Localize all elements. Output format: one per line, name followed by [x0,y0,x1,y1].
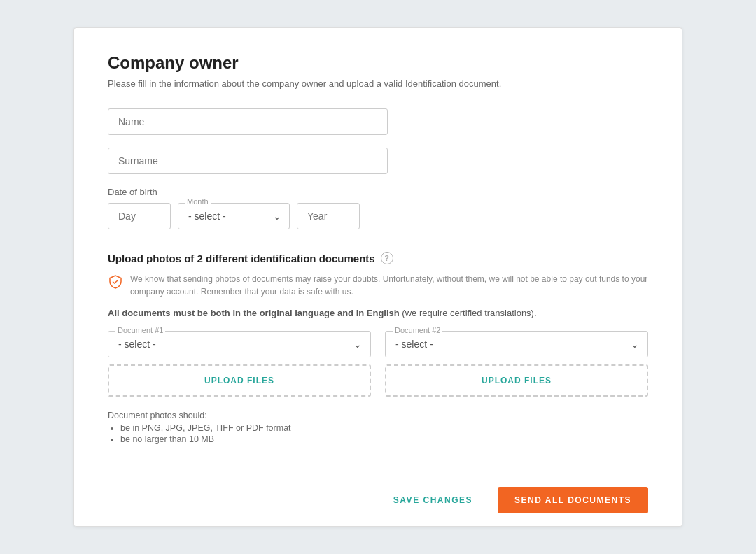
upload-files-btn-1[interactable]: UPLOAD FILES [108,364,371,397]
doc1-group: Document #1 - select - Passport National… [108,331,371,397]
dob-month-wrapper: Month - select - January February March … [178,203,290,229]
upload-heading: Upload photos of 2 different identificat… [108,252,648,264]
page-subtitle: Please fill in the information about the… [108,78,648,89]
doc1-select[interactable]: - select - Passport National ID Driver's… [108,332,370,357]
security-text: We know that sending photos of documents… [130,273,648,298]
docs-note-bold: All documents must be both in the origin… [108,308,400,318]
upload-files-btn-2[interactable]: UPLOAD FILES [385,364,648,397]
doc2-select-wrapper: Document #2 - select - Passport National… [385,331,648,357]
requirements-title: Document photos should: [108,411,648,420]
doc1-label: Document #1 [115,326,165,334]
dob-month-label: Month [185,197,211,206]
doc-requirements: Document photos should: be in PNG, JPG, … [108,411,648,444]
card-body: Company owner Please fill in the informa… [74,28,682,474]
name-input[interactable] [108,108,388,135]
dob-label: Date of birth [108,187,648,197]
main-card: Company owner Please fill in the informa… [74,27,682,527]
shield-icon [108,274,123,292]
docs-row: Document #1 - select - Passport National… [108,331,648,397]
requirement-2: be no larger than 10 MB [120,434,648,444]
doc2-select[interactable]: - select - Passport National ID Driver's… [386,332,648,357]
doc1-select-wrapper: Document #1 - select - Passport National… [108,331,371,357]
doc2-group: Document #2 - select - Passport National… [385,331,648,397]
upload-heading-text: Upload photos of 2 different identificat… [108,253,375,264]
docs-note-suffix: (we require certified translations). [400,308,537,318]
docs-note: All documents must be both in the origin… [108,308,648,318]
dob-year-input[interactable] [297,203,360,229]
save-changes-button[interactable]: SAVE CHANGES [382,488,484,512]
dob-day-input[interactable] [108,203,171,229]
doc2-label: Document #2 [393,326,442,334]
surname-input[interactable] [108,148,388,174]
card-footer: SAVE CHANGES SEND ALL DOCUMENTS [74,474,682,526]
security-notice: We know that sending photos of documents… [108,273,648,298]
send-all-documents-button[interactable]: SEND ALL DOCUMENTS [498,487,648,513]
help-icon[interactable]: ? [381,252,393,264]
dob-month-select[interactable]: - select - January February March April … [178,203,290,229]
requirement-1: be in PNG, JPG, JPEG, TIFF or PDF format [120,423,648,433]
dob-row: Month - select - January February March … [108,203,648,229]
page-title: Company owner [108,53,648,73]
